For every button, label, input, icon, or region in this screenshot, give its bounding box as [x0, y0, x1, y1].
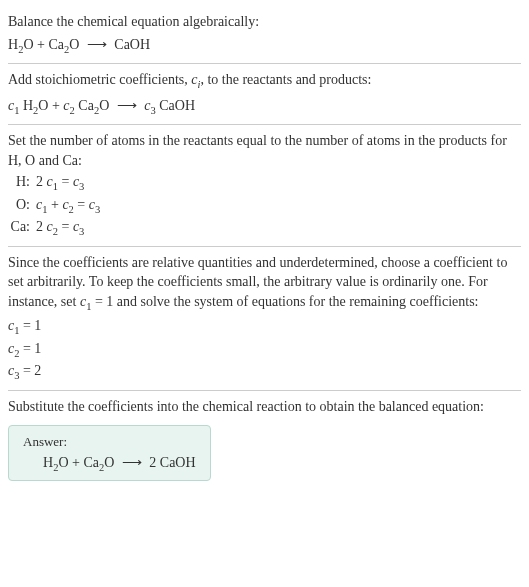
section-atoms: Set the number of atoms in the reactants…	[8, 125, 521, 247]
instruction-atoms: Set the number of atoms in the reactants…	[8, 131, 521, 170]
reactant-h2o-h: H	[8, 37, 18, 52]
sp6: CaOH	[156, 98, 195, 113]
answer-equation: H2O + Ca2O ⟶ 2 CaOH	[23, 454, 196, 473]
lhs: 2	[36, 174, 47, 189]
section-solve: Since the coefficients are relative quan…	[8, 247, 521, 391]
atom-table: H: 2 c1 = c3 O: c1 + c2 = c3 Ca: 2 c2 = …	[8, 172, 521, 239]
atom-row-h: H: 2 c1 = c3	[8, 172, 521, 194]
arrow-icon: ⟶	[117, 95, 137, 116]
csub: 3	[79, 181, 84, 192]
reactant-part: O + Ca	[23, 37, 64, 52]
plus: +	[47, 197, 62, 212]
instruction-add-coeff: Add stoichiometric coefficients, ci, to …	[8, 70, 521, 92]
answer-label: Answer:	[23, 434, 196, 450]
reactant-o: O	[69, 37, 83, 52]
section-coefficients: Add stoichiometric coefficients, ci, to …	[8, 64, 521, 125]
arrow-icon: ⟶	[87, 34, 107, 55]
text-part1: Add stoichiometric coefficients,	[8, 72, 191, 87]
arrow-icon: ⟶	[122, 454, 142, 471]
atom-label: H:	[8, 172, 36, 194]
atom-eq: 2 c1 = c3	[36, 172, 521, 194]
coeff-line: c1 = 1	[8, 316, 521, 338]
atom-row-o: O: c1 + c2 = c3	[8, 195, 521, 217]
equation-with-coeff: c1 H2O + c2 Ca2O ⟶ c3 CaOH	[8, 95, 521, 119]
sp1: H	[19, 98, 33, 113]
coeff-line: c2 = 1	[8, 339, 521, 361]
product: CaOH	[111, 37, 150, 52]
text-p2: = 1 and solve the system of equations fo…	[91, 294, 478, 309]
instruction-substitute: Substitute the coefficients into the che…	[8, 397, 521, 417]
mid: =	[58, 174, 73, 189]
atom-row-ca: Ca: 2 c2 = c3	[8, 217, 521, 239]
section-answer: Substitute the coefficients into the che…	[8, 391, 521, 487]
rest: = 2	[19, 363, 41, 378]
section-problem: Balance the chemical equation algebraica…	[8, 6, 521, 64]
csub: 3	[95, 204, 100, 215]
atom-eq: c1 + c2 = c3	[36, 195, 521, 217]
csub: 3	[79, 226, 84, 237]
rest: = 1	[19, 318, 41, 333]
mid: =	[58, 219, 73, 234]
sp4: O	[99, 98, 113, 113]
atom-label: O:	[8, 195, 36, 217]
atom-eq: 2 c2 = c3	[36, 217, 521, 239]
eq-p1: H	[43, 455, 53, 470]
equation-unbalanced: H2O + Ca2O ⟶ CaOH	[8, 34, 521, 58]
coeff-line: c3 = 2	[8, 361, 521, 383]
instruction-solve: Since the coefficients are relative quan…	[8, 253, 521, 315]
eq-p4: 2 CaOH	[146, 455, 196, 470]
eq-p2: O + Ca	[58, 455, 99, 470]
eq-p3: O	[104, 455, 118, 470]
sp2: O +	[38, 98, 63, 113]
sp3: Ca	[75, 98, 94, 113]
lhs: 2	[36, 219, 47, 234]
answer-box: Answer: H2O + Ca2O ⟶ 2 CaOH	[8, 425, 211, 482]
instruction-balance: Balance the chemical equation algebraica…	[8, 12, 521, 32]
atom-label: Ca:	[8, 217, 36, 239]
text-part2: , to the reactants and products:	[200, 72, 371, 87]
mid: =	[74, 197, 89, 212]
rest: = 1	[19, 341, 41, 356]
